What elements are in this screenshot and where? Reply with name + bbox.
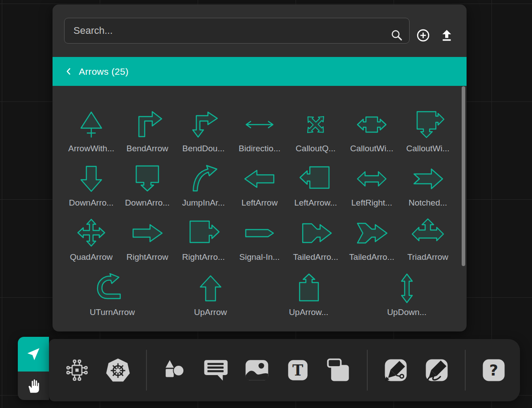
image-icon: [244, 357, 270, 383]
category-header-back[interactable]: Arrows (25): [53, 57, 467, 86]
tailed-arrow-notch: [353, 217, 390, 250]
shape-label: BendArrow: [126, 144, 168, 154]
shape-grid-last-row: UTurnArrowUpArrowUpArrow...UpDown...: [53, 272, 467, 326]
tool-image-button[interactable]: [244, 357, 270, 383]
help-icon: ?: [481, 357, 507, 383]
shape-label: Signal-In...: [240, 252, 280, 262]
shape-item[interactable]: RightArro...: [175, 217, 231, 262]
callout-width-down-arrow: [409, 108, 447, 141]
u-turn-arrow: [93, 272, 131, 305]
shape-item[interactable]: UTurnArrow: [63, 272, 162, 317]
search-input[interactable]: [64, 18, 410, 44]
shape-label: TailedArro...: [293, 252, 338, 262]
shape-item[interactable]: QuadArrow: [63, 217, 119, 262]
tool-help-button[interactable]: ?: [481, 357, 507, 383]
shape-item[interactable]: JumpInAr...: [175, 162, 231, 208]
shape-item[interactable]: BendDou...: [175, 108, 231, 154]
shape-label: UpArrow...: [289, 307, 329, 317]
shape-label: DownArro...: [125, 198, 170, 208]
shape-item[interactable]: RightArrow: [119, 217, 175, 262]
svg-text:?: ?: [489, 361, 498, 379]
category-title: Arrows (25): [79, 66, 129, 77]
tool-pan-button[interactable]: [18, 372, 49, 400]
bend-arrow: [129, 108, 166, 141]
shape-item[interactable]: DownArro...: [119, 162, 175, 208]
shape-label: Bidirectio...: [239, 144, 280, 154]
tool-nodes-button[interactable]: [64, 357, 90, 383]
down-arrow-callout: [129, 162, 166, 195]
scrollbar[interactable]: [462, 86, 465, 266]
shape-item[interactable]: BendArrow: [119, 108, 175, 154]
signal-in-arrow: [241, 217, 278, 250]
shape-label: CalloutWi...: [406, 144, 449, 154]
shape-item[interactable]: LeftArrow...: [288, 162, 344, 208]
tool-draw-freehand-button[interactable]: [424, 357, 450, 383]
tool-select-button[interactable]: [18, 337, 49, 372]
tailed-arrow-block: [297, 217, 334, 250]
left-arrow-callout: [297, 162, 334, 195]
hand-icon: [25, 378, 41, 394]
shape-label: CalloutWi...: [350, 144, 393, 154]
shape-label: CalloutQ...: [296, 144, 336, 154]
upload-icon[interactable]: [439, 28, 454, 43]
shape-item[interactable]: CalloutWi...: [400, 108, 456, 154]
up-arrow: [192, 272, 229, 305]
left-arrow: [241, 162, 278, 195]
tool-shapes-button[interactable]: [162, 357, 188, 383]
shape-item[interactable]: TailedArro...: [344, 217, 400, 262]
tool-draw-connector-button[interactable]: [383, 357, 409, 383]
shape-item[interactable]: CalloutQ...: [288, 108, 344, 154]
frame-icon: [326, 357, 352, 383]
shape-item[interactable]: TriadArrow: [400, 217, 456, 262]
main-toolbar: T?: [49, 339, 520, 401]
pointer-tool-stack: [18, 337, 49, 400]
pen-icon: [383, 357, 409, 383]
shape-item[interactable]: LeftRight...: [344, 162, 400, 208]
canvas[interactable]: Arrows (25) ArrowWith...BendArrowBendDou…: [0, 0, 532, 408]
toolbar-divider: [146, 350, 147, 391]
up-arrow-callout: [290, 272, 327, 305]
circuit-icon: [64, 357, 90, 383]
callout-width-arrow: [353, 108, 390, 141]
shape-label: Notched...: [409, 198, 447, 208]
tool-text-button[interactable]: T: [285, 357, 311, 383]
shape-item[interactable]: TailedArro...: [288, 217, 344, 262]
shape-item[interactable]: UpArrow...: [260, 272, 358, 317]
shape-item[interactable]: CalloutWi...: [344, 108, 400, 154]
cursor-icon: [25, 346, 41, 362]
text-icon: T: [285, 357, 311, 383]
bidirectional-arrow: [241, 108, 278, 141]
shape-item[interactable]: Bidirectio...: [231, 108, 288, 154]
search-icon: [390, 28, 403, 41]
shape-label: JumpInAr...: [182, 198, 225, 208]
shape-grid: ArrowWith...BendArrowBendDou...Bidirecti…: [53, 86, 467, 331]
shape-label: BendDou...: [182, 144, 224, 154]
add-circle-icon[interactable]: [415, 28, 430, 43]
shape-label: TailedArro...: [349, 252, 394, 262]
right-arrow: [129, 217, 166, 250]
shape-item[interactable]: Notched...: [400, 162, 456, 208]
left-right-arrow: [353, 162, 390, 195]
shape-label: LeftRight...: [351, 198, 392, 208]
shape-label: LeftArrow...: [294, 198, 337, 208]
jump-in-arrow: [185, 162, 222, 195]
shape-item[interactable]: LeftArrow: [231, 162, 288, 208]
shape-item[interactable]: DownArro...: [63, 162, 119, 208]
comment-icon: [203, 357, 229, 383]
tool-comment-button[interactable]: [203, 357, 229, 383]
shape-grid-rows: ArrowWith...BendArrowBendDou...Bidirecti…: [53, 108, 467, 271]
toolbar-divider: [465, 350, 466, 391]
shape-item[interactable]: UpDown...: [358, 272, 456, 317]
arrow-with-tail: [73, 108, 110, 141]
search-row: [53, 4, 467, 57]
tool-frame-button[interactable]: [326, 357, 352, 383]
shape-item[interactable]: Signal-In...: [231, 217, 288, 262]
toolbar-divider: [367, 350, 368, 391]
shape-label: LeftArrow: [241, 198, 277, 208]
shape-item[interactable]: UpArrow: [162, 272, 260, 317]
chevron-left-icon: [64, 67, 73, 76]
shape-label: UpArrow: [194, 307, 227, 317]
shape-item[interactable]: ArrowWith...: [63, 108, 119, 154]
tool-kubernetes-button[interactable]: [105, 357, 131, 383]
right-arrow-callout: [185, 217, 222, 250]
